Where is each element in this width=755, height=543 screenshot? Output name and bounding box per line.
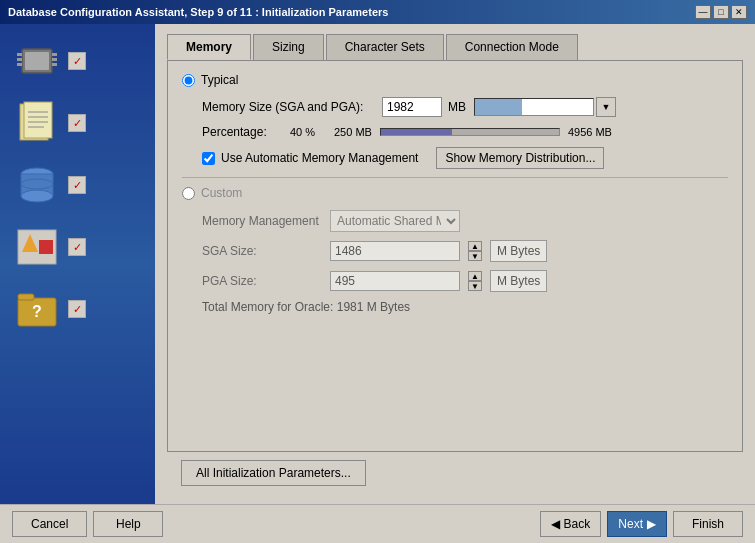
custom-label[interactable]: Custom: [201, 186, 242, 200]
memory-bar: [474, 98, 594, 116]
tab-bar: Memory Sizing Character Sets Connection …: [167, 34, 743, 60]
pga-spin-group: ▲ ▼: [468, 271, 482, 291]
sga-size-row: SGA Size: ▲ ▼ M Bytes: [202, 240, 728, 262]
svg-rect-1: [25, 52, 49, 70]
memory-management-label: Memory Management: [202, 214, 322, 228]
svg-rect-3: [17, 58, 22, 61]
total-value: 1981 M Bytes: [337, 300, 410, 314]
check-badge-3: ✓: [68, 176, 86, 194]
percentage-row: Percentage: 40 % 250 MB 4956 MB: [202, 125, 728, 139]
title-bar: Database Configuration Assistant, Step 9…: [0, 0, 755, 24]
footer: Cancel Help ◀ Back Next ▶ Finish: [0, 504, 755, 543]
slider-fill: [381, 129, 452, 135]
cancel-button[interactable]: Cancel: [12, 511, 87, 537]
pga-size-row: PGA Size: ▲ ▼ M Bytes: [202, 270, 728, 292]
shapes-icon-box: [12, 222, 62, 272]
window-title: Database Configuration Assistant, Step 9…: [8, 6, 388, 18]
left-item-3: ✓: [10, 158, 145, 212]
percentage-label: Percentage:: [202, 125, 282, 139]
typical-radio[interactable]: [182, 74, 195, 87]
docs-icon: [12, 98, 62, 148]
finish-button[interactable]: Finish: [673, 511, 743, 537]
total-label: Total Memory for Oracle:: [202, 300, 333, 314]
barrel-icon-box: [12, 160, 62, 210]
shapes-icon: [12, 224, 62, 270]
next-label: Next: [618, 517, 643, 531]
svg-rect-20: [39, 240, 53, 254]
typical-radio-row: Typical: [182, 73, 728, 87]
bottom-bar: All Initialization Parameters...: [167, 452, 743, 494]
svg-rect-2: [17, 53, 22, 56]
check-badge-4: ✓: [68, 238, 86, 256]
chip-icon-box: [12, 36, 62, 86]
svg-rect-5: [52, 53, 57, 56]
pga-spin-up[interactable]: ▲: [468, 271, 482, 281]
memory-size-input[interactable]: [382, 97, 442, 117]
help-button[interactable]: Help: [93, 511, 163, 537]
next-button[interactable]: Next ▶: [607, 511, 667, 537]
folder-q-icon-box: ?: [12, 284, 62, 334]
next-arrow-icon: ▶: [647, 517, 656, 531]
sga-size-label: SGA Size:: [202, 244, 322, 258]
section-divider: [182, 177, 728, 178]
close-button[interactable]: ✕: [731, 5, 747, 19]
right-panel: Memory Sizing Character Sets Connection …: [155, 24, 755, 504]
pga-unit-btn[interactable]: M Bytes: [490, 270, 547, 292]
svg-rect-4: [17, 63, 22, 66]
left-item-5: ? ✓: [10, 282, 145, 336]
svg-text:?: ?: [32, 303, 42, 320]
check-badge-2: ✓: [68, 114, 86, 132]
sga-spin-down[interactable]: ▼: [468, 251, 482, 261]
custom-radio[interactable]: [182, 187, 195, 200]
svg-point-16: [21, 190, 53, 202]
main-content: ✓ ✓: [0, 24, 755, 504]
pga-spin-down[interactable]: ▼: [468, 281, 482, 291]
back-label: Back: [564, 517, 591, 531]
pga-size-input[interactable]: [330, 271, 460, 291]
left-item-4: ✓: [10, 220, 145, 274]
tab-character-sets[interactable]: Character Sets: [326, 34, 444, 60]
all-params-button[interactable]: All Initialization Parameters...: [181, 460, 366, 486]
memory-bar-fill: [475, 99, 522, 115]
sga-spin-group: ▲ ▼: [468, 241, 482, 261]
back-button[interactable]: ◀ Back: [540, 511, 602, 537]
pga-size-label: PGA Size:: [202, 274, 322, 288]
memory-size-label: Memory Size (SGA and PGA):: [202, 100, 382, 114]
check-badge-5: ✓: [68, 300, 86, 318]
left-item-2: ✓: [10, 96, 145, 150]
show-memory-btn[interactable]: Show Memory Distribution...: [436, 147, 604, 169]
typical-label[interactable]: Typical: [201, 73, 238, 87]
max-value: 4956 MB: [568, 126, 612, 138]
memory-dropdown-arrow[interactable]: ▼: [596, 97, 616, 117]
total-memory-row: Total Memory for Oracle: 1981 M Bytes: [202, 300, 728, 314]
sga-spin-up[interactable]: ▲: [468, 241, 482, 251]
sga-size-input[interactable]: [330, 241, 460, 261]
left-item-1: ✓: [10, 34, 145, 88]
maximize-button[interactable]: □: [713, 5, 729, 19]
memory-management-row: Memory Management Automatic Shared Memor…: [202, 210, 728, 232]
minimize-button[interactable]: —: [695, 5, 711, 19]
auto-memory-checkbox[interactable]: [202, 152, 215, 165]
custom-radio-row: Custom: [182, 186, 728, 200]
docs-icon-box: [12, 98, 62, 148]
back-arrow-icon: ◀: [551, 517, 560, 531]
svg-rect-22: [18, 294, 34, 300]
memory-management-select[interactable]: Automatic Shared Memory Management: [330, 210, 460, 232]
memory-size-unit: MB: [448, 100, 466, 114]
checkbox-row: Use Automatic Memory Management Show Mem…: [202, 147, 728, 169]
auto-memory-label[interactable]: Use Automatic Memory Management: [221, 151, 418, 165]
left-panel: ✓ ✓: [0, 24, 155, 504]
sga-unit-btn[interactable]: M Bytes: [490, 240, 547, 262]
tab-connection-mode[interactable]: Connection Mode: [446, 34, 578, 60]
tab-sizing[interactable]: Sizing: [253, 34, 324, 60]
tab-memory[interactable]: Memory: [167, 34, 251, 60]
memory-slider[interactable]: [380, 128, 560, 136]
check-badge-1: ✓: [68, 52, 86, 70]
memory-size-row: Memory Size (SGA and PGA): MB ▼: [202, 97, 728, 117]
svg-rect-7: [52, 63, 57, 66]
window-controls: — □ ✕: [695, 5, 747, 19]
footer-right: ◀ Back Next ▶ Finish: [540, 511, 743, 537]
tab-content-memory: Typical Memory Size (SGA and PGA): MB ▼ …: [167, 60, 743, 452]
min-value: 250 MB: [334, 126, 372, 138]
chip-icon: [12, 41, 62, 81]
